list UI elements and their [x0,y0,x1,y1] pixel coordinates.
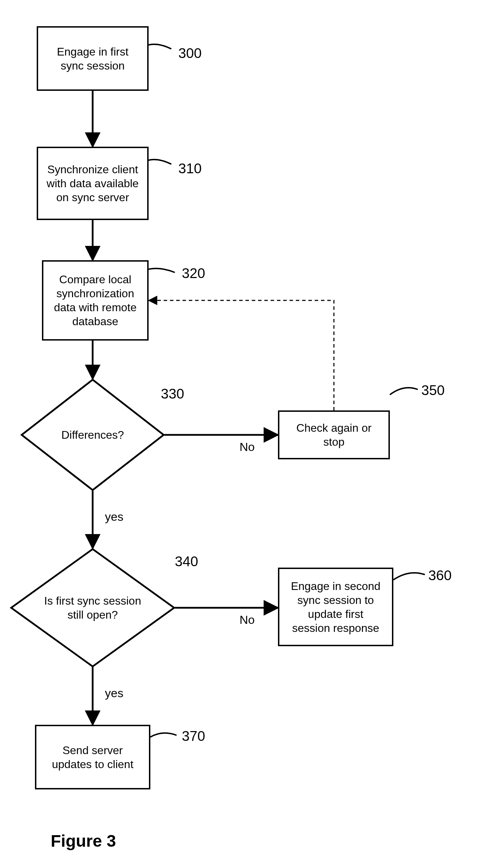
step-compare-data: Compare localsynchronizationdata with re… [42,260,149,341]
label-330: 330 [161,386,184,402]
step-text: Compare localsynchronizationdata with re… [54,272,137,328]
edge-340-no: No [240,613,255,627]
edge-330-no: No [240,440,255,454]
step-text: Engage in secondsync session toupdate fi… [291,579,380,635]
step-sync-client: Synchronize clientwith data availableon … [37,147,149,220]
decision-session-open: Is first sync sessionstill open? [10,548,175,667]
label-340: 340 [175,554,198,569]
edge-340-yes: yes [105,686,123,700]
step-second-session: Engage in secondsync session toupdate fi… [278,568,393,646]
label-370: 370 [182,728,205,744]
step-text: Synchronize clientwith data availableon … [47,162,138,204]
label-310: 310 [178,161,202,176]
decision-text: Differences? [61,428,124,442]
step-check-again: Check again orstop [278,410,390,459]
flowchart-canvas: Engage in firstsync session 300 Synchron… [0,0,493,868]
step-text: Send serverupdates to client [52,743,133,771]
figure-caption: Figure 3 [51,831,116,851]
label-320: 320 [182,265,205,281]
label-300: 300 [178,45,202,61]
edge-330-yes: yes [105,510,123,524]
step-text: Check again orstop [296,421,371,449]
step-send-updates: Send serverupdates to client [35,725,150,789]
step-text: Engage in firstsync session [57,45,129,73]
label-350: 350 [421,382,445,398]
label-360: 360 [428,568,452,583]
decision-differences: Differences? [21,379,164,491]
decision-text: Is first sync sessionstill open? [44,594,141,622]
step-engage-first-session: Engage in firstsync session [37,26,149,91]
